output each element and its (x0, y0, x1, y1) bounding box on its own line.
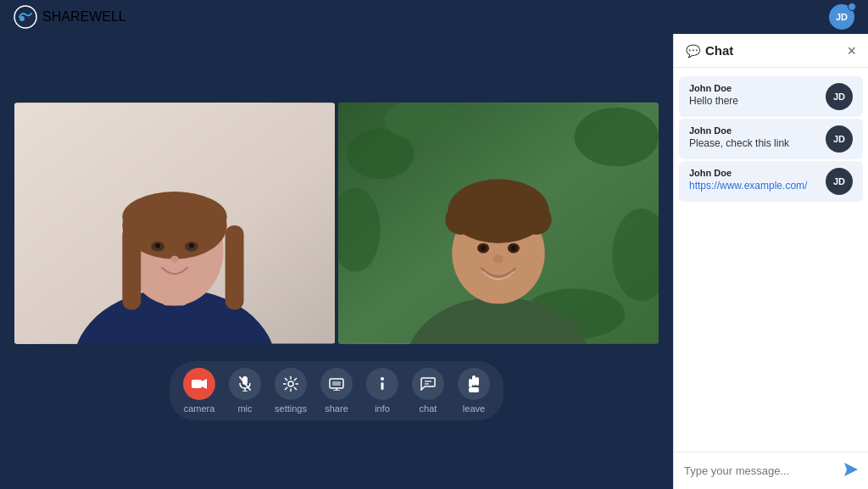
main-content: camera mic (0, 34, 868, 489)
svg-rect-8 (122, 225, 141, 309)
header: SHAREWELL JD (0, 0, 868, 34)
svg-rect-38 (192, 380, 202, 388)
logo-icon (14, 5, 37, 29)
message-link-2[interactable]: https://www.example.com/ (689, 180, 807, 192)
chat-icon-label: 💬 (686, 44, 700, 58)
message-text-2[interactable]: https://www.example.com/ (689, 180, 819, 192)
chat-message-0: John DoeHello thereJD (679, 76, 863, 117)
chat-messages: John DoeHello thereJDJohn DoePlease, che… (674, 68, 868, 452)
settings-button[interactable]: settings (275, 368, 307, 414)
svg-marker-39 (202, 379, 207, 389)
chat-input[interactable] (684, 464, 837, 477)
svg-rect-48 (332, 381, 341, 386)
chat-close-button[interactable]: × (847, 43, 856, 58)
message-avatar-1: JD (826, 125, 853, 153)
camera-button[interactable]: camera (183, 368, 215, 414)
leave-label: leave (463, 403, 485, 414)
chat-message-2: John Doehttps://www.example.com/JD (679, 161, 863, 202)
leave-icon (458, 368, 490, 400)
leave-button[interactable]: leave (458, 368, 490, 414)
chat-header: 💬 Chat × (674, 34, 868, 68)
svg-point-13 (155, 243, 160, 248)
message-sender-0: John Doe (689, 83, 819, 93)
info-button[interactable]: info (366, 368, 398, 414)
svg-marker-57 (844, 463, 858, 476)
svg-rect-9 (225, 225, 244, 309)
video-feed-1 (14, 103, 335, 344)
svg-rect-56 (469, 387, 479, 392)
video-area: camera mic (0, 34, 673, 489)
send-button[interactable] (844, 463, 858, 480)
user-initials: JD (836, 12, 848, 22)
video-feed-2 (338, 103, 659, 344)
chat-label: chat (420, 403, 437, 414)
svg-point-10 (122, 192, 226, 242)
camera-icon (183, 368, 215, 400)
settings-label: settings (275, 403, 307, 414)
svg-point-44 (288, 381, 293, 386)
svg-point-32 (481, 186, 515, 219)
user-avatar-header[interactable]: JD (829, 4, 854, 30)
mic-label: mic (237, 403, 252, 414)
message-sender-1: John Doe (689, 125, 819, 136)
svg-point-35 (481, 246, 486, 251)
svg-point-37 (493, 255, 504, 264)
chat-panel: 💬 Chat × John DoeHello thereJDJohn DoePl… (673, 34, 868, 489)
chat-title-area: 💬 Chat (686, 43, 733, 58)
svg-point-14 (189, 243, 194, 248)
logo-area: SHAREWELL (14, 5, 126, 29)
svg-point-0 (14, 6, 36, 28)
controls-bar: camera mic (170, 361, 504, 420)
notification-badge (848, 3, 856, 11)
share-button[interactable]: share (320, 368, 353, 414)
settings-icon (275, 368, 307, 400)
message-text-0: Hello there (689, 95, 819, 107)
chat-input-area (674, 452, 868, 489)
svg-point-15 (170, 256, 179, 263)
share-icon (320, 368, 353, 400)
chat-icon (412, 368, 444, 400)
mic-icon (229, 368, 261, 400)
video-tile-2 (338, 103, 659, 344)
info-label: info (375, 403, 390, 414)
logo-text: SHAREWELL (42, 9, 126, 25)
message-avatar-2: JD (826, 168, 853, 195)
message-avatar-0: JD (826, 83, 853, 110)
svg-rect-53 (472, 375, 476, 386)
share-label: share (325, 403, 348, 414)
camera-label: camera (184, 403, 215, 414)
svg-rect-55 (469, 379, 472, 387)
mic-button[interactable]: mic (229, 368, 261, 414)
chat-title: Chat (705, 43, 733, 58)
svg-rect-54 (476, 377, 479, 386)
info-icon (366, 368, 398, 400)
chat-message-1: John DoePlease, check this linkJD (679, 119, 863, 159)
message-sender-2: John Doe (689, 168, 819, 178)
svg-point-1 (19, 16, 25, 21)
video-grid (14, 103, 659, 344)
svg-point-36 (511, 246, 516, 251)
video-tile-1 (14, 103, 335, 344)
svg-point-19 (575, 108, 659, 167)
svg-rect-50 (381, 382, 384, 390)
chat-button[interactable]: chat (412, 368, 444, 414)
message-text-1: Please, check this link (689, 137, 819, 149)
svg-point-49 (381, 377, 384, 381)
